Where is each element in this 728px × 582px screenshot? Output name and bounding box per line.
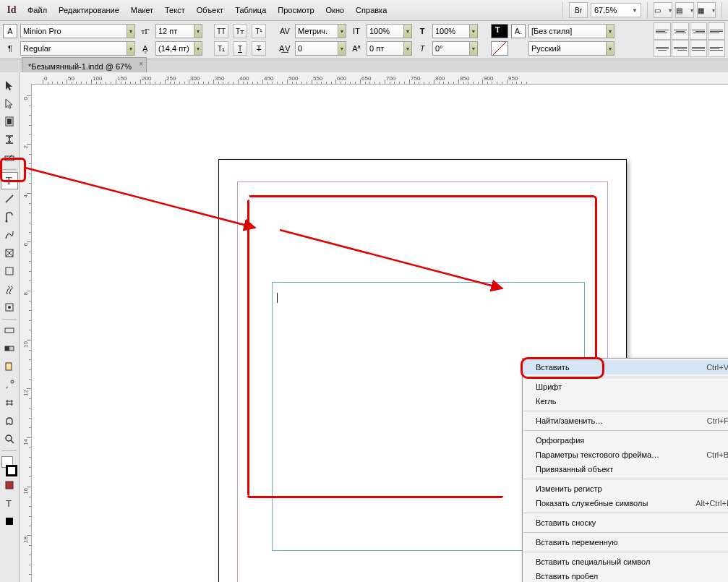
horizontal-ruler[interactable]: 0501001502002503003504004505005506006507…	[31, 72, 728, 85]
font-family-field[interactable]: Minion Pro	[20, 24, 127, 38]
ctx-показать-служебные-символы[interactable]: Показать служебные символыAlt+Ctrl+I	[523, 496, 728, 510]
ctx-item-label: Орфография	[536, 436, 584, 445]
ctx-вставить-сноску[interactable]: Вставить сноску	[523, 515, 728, 530]
para-mode-icon[interactable]: ¶	[3, 41, 17, 56]
screen-mode-button[interactable]: ▭▾	[654, 2, 672, 18]
bridge-button[interactable]: Br	[569, 2, 588, 18]
close-icon[interactable]: ×	[139, 60, 143, 68]
rectangle-tool[interactable]	[1, 262, 18, 280]
direct-selection-tool[interactable]	[1, 95, 18, 112]
canvas[interactable]: 0501001502002503003504004505005506006507…	[20, 72, 728, 582]
char-mode-icon[interactable]: A	[3, 24, 17, 38]
align-left-button[interactable]	[654, 22, 671, 40]
svg-rect-14	[5, 346, 9, 351]
justify-all-button[interactable]	[690, 40, 707, 57]
ctx-параметры-текстового-фрейма-[interactable]: Параметры текстового фрейма…Ctrl+B	[523, 448, 728, 462]
smallcaps-button[interactable]: Tᴛ	[233, 24, 247, 38]
rectangle-frame-tool[interactable]	[1, 244, 18, 262]
scissors-tool[interactable]	[1, 281, 18, 298]
free-transform-tool[interactable]	[1, 299, 18, 316]
ctx-вставить-пробел[interactable]: Вставить пробел▶	[523, 569, 728, 582]
hand-tool[interactable]	[1, 412, 18, 429]
ctx-вставить-переменную[interactable]: Вставить переменную▶	[523, 535, 728, 549]
align-center-button[interactable]	[672, 22, 689, 40]
ctx-шрифт[interactable]: Шрифт▶	[523, 380, 728, 394]
note-tool[interactable]	[1, 358, 18, 375]
justify-right-button[interactable]	[672, 40, 689, 57]
baseline-field[interactable]: 0 пт	[367, 41, 404, 56]
hscale-field[interactable]: 100%	[367, 24, 404, 38]
view-options-button[interactable]: ▤▾	[675, 2, 694, 18]
language-field[interactable]: Русский	[528, 41, 607, 56]
skew-field[interactable]: 0°	[432, 41, 470, 56]
gradient-feather-tool[interactable]	[1, 340, 18, 357]
format-text-button[interactable]: T	[1, 495, 18, 512]
fill-swatch[interactable]: T	[491, 24, 508, 38]
arrange-button[interactable]: ▦▾	[697, 2, 716, 18]
leading-field[interactable]: (14,4 пт)	[155, 41, 194, 56]
eyedropper-tool[interactable]	[1, 376, 18, 393]
menu-справка[interactable]: Справка	[350, 4, 393, 17]
allcaps-button[interactable]: TT	[214, 24, 228, 38]
ctx-item-label: Вставить	[536, 363, 570, 372]
subscript-button[interactable]: T₁	[214, 41, 228, 56]
page-tool[interactable]	[1, 113, 18, 130]
svg-rect-9	[6, 268, 13, 275]
tracking-icon: A͟V	[278, 41, 292, 56]
superscript-button[interactable]: T¹	[252, 24, 266, 38]
zoom-level[interactable]: 67,5%▼	[591, 3, 641, 17]
align-spine-button[interactable]	[708, 40, 725, 57]
font-family-dropdown[interactable]: ▼	[127, 24, 135, 38]
align-right-button[interactable]	[690, 22, 707, 40]
ctx-item-label: Вставить специальный символ	[536, 557, 650, 566]
ctx-привязанный-объект[interactable]: Привязанный объект▶	[523, 462, 728, 476]
ctx-орфография[interactable]: Орфография▶	[523, 433, 728, 448]
menu-макет[interactable]: Макет	[125, 4, 159, 17]
line-tool[interactable]	[1, 190, 18, 207]
gap-tool[interactable]	[1, 131, 18, 148]
menu-окно[interactable]: Окно	[320, 4, 351, 17]
menu-текст[interactable]: Текст	[159, 4, 191, 17]
ctx-вставить[interactable]: ВставитьCtrl+V	[523, 360, 728, 375]
gradient-swatch-tool[interactable]	[1, 322, 18, 339]
default-fill-button[interactable]	[1, 513, 18, 530]
justify-center-button[interactable]	[654, 40, 671, 57]
ctx-найти-заменить-[interactable]: Найти/заменить…Ctrl+F	[523, 414, 728, 428]
kerning-field[interactable]: Метрич.	[295, 24, 338, 38]
vscale-icon: T	[415, 24, 429, 38]
underline-button[interactable]: T	[233, 41, 247, 56]
tracking-field[interactable]: 0	[295, 41, 338, 56]
menu-объект[interactable]: Объект	[191, 4, 229, 17]
justify-left-button[interactable]	[708, 22, 725, 40]
vscale-field[interactable]: 100%	[432, 24, 470, 38]
char-style-field[interactable]: [Без стиля]	[528, 24, 607, 38]
stroke-swatch[interactable]	[491, 41, 508, 56]
zoom-tool[interactable]	[1, 430, 18, 448]
para-align-group	[654, 22, 725, 40]
svg-point-17	[6, 435, 12, 441]
fill-stroke-proxy[interactable]	[1, 456, 17, 476]
svg-point-5	[6, 221, 8, 223]
ctx-вставить-специальный-символ[interactable]: Вставить специальный символ▶	[523, 555, 728, 569]
pencil-tool[interactable]	[1, 226, 18, 244]
menu-файл[interactable]: Файл	[22, 4, 53, 17]
menu-просмотр[interactable]: Просмотр	[272, 4, 320, 17]
font-size-field[interactable]: 12 пт	[155, 24, 194, 38]
content-collector-tool[interactable]	[1, 149, 18, 166]
type-tool[interactable]: T	[1, 172, 18, 189]
selection-tool[interactable]	[1, 77, 18, 94]
font-style-field[interactable]: Regular	[20, 41, 127, 56]
ruler-origin[interactable]	[20, 72, 32, 85]
measure-tool[interactable]	[1, 394, 18, 411]
svg-point-16	[11, 380, 14, 383]
menu-таблица[interactable]: Таблица	[229, 4, 272, 17]
menu-редактирование[interactable]: Редактирование	[53, 4, 125, 17]
ctx-item-label: Найти/заменить…	[536, 416, 603, 425]
vertical-ruler[interactable]: 02468101214161820	[20, 84, 32, 582]
format-container-button[interactable]	[1, 476, 18, 494]
strike-button[interactable]: T	[252, 41, 266, 56]
ctx-кегль[interactable]: Кегль▶	[523, 394, 728, 408]
ctx-изменить-регистр[interactable]: Изменить регистр▶	[523, 482, 728, 496]
svg-text:T: T	[6, 498, 12, 509]
pen-tool[interactable]	[1, 208, 18, 226]
